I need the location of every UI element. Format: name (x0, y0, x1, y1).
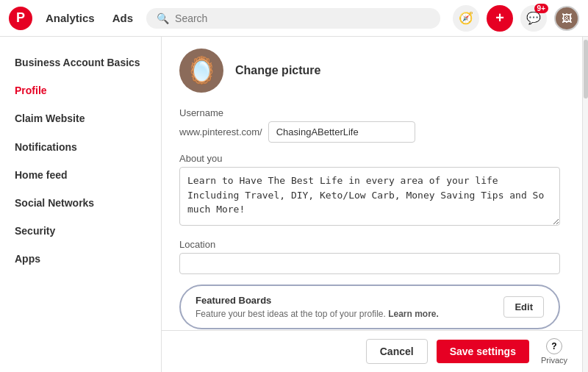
username-field-group: Username www.pinterest.com/ (179, 107, 560, 143)
sidebar-item-notifications[interactable]: Notifications (0, 133, 161, 161)
top-navigation: P Analytics Ads 🔍 🧭 + 💬 9+ 🖼 (0, 0, 588, 37)
url-prefix: www.pinterest.com/ (179, 122, 268, 142)
chat-icon: 💬 (526, 11, 541, 25)
location-field-group: Location (179, 239, 560, 274)
location-input[interactable] (179, 253, 560, 274)
scrollbar-thumb[interactable] (584, 40, 588, 99)
content-area: 🪞 Change picture Username www.pinterest.… (162, 37, 582, 372)
sidebar-item-apps[interactable]: Apps (0, 245, 161, 273)
cancel-button[interactable]: Cancel (366, 339, 428, 364)
featured-boards-section: Featured Boards Feature your best ideas … (179, 285, 560, 329)
nav-icons: 🧭 + 💬 9+ 🖼 (453, 5, 579, 32)
help-button[interactable]: ? (546, 338, 562, 354)
privacy-help-section: ? Privacy (541, 338, 567, 365)
pinterest-logo[interactable]: P (9, 7, 32, 30)
profile-picture[interactable]: 🪞 (179, 49, 223, 93)
bottom-bar: Cancel Save settings ? Privacy (162, 330, 582, 372)
featured-boards-title: Featured Boards (196, 295, 439, 306)
sidebar-item-security[interactable]: Security (0, 217, 161, 245)
privacy-label: Privacy (541, 356, 567, 365)
add-button[interactable]: + (487, 5, 513, 32)
about-you-field-group: About you (179, 153, 560, 229)
sidebar-item-claim-website[interactable]: Claim Website (0, 104, 161, 132)
avatar-icon: 🖼 (562, 12, 572, 24)
sidebar-item-profile[interactable]: Profile (0, 76, 161, 104)
search-bar: 🔍 (146, 8, 440, 29)
profile-pic-row: 🪞 Change picture (179, 49, 560, 93)
message-badge: 9+ (534, 4, 548, 13)
learn-more-link[interactable]: Learn more. (388, 309, 439, 319)
profile-pic-image: 🪞 (185, 55, 218, 86)
plus-icon: + (495, 10, 504, 26)
username-input[interactable] (268, 121, 415, 143)
about-you-label: About you (179, 153, 560, 164)
scrollbar-track (582, 37, 588, 372)
username-row: www.pinterest.com/ (179, 121, 560, 143)
sidebar: Business Account Basics Profile Claim We… (0, 37, 162, 372)
user-avatar[interactable]: 🖼 (554, 6, 579, 31)
about-you-textarea[interactable] (179, 167, 560, 226)
featured-boards-description: Feature your best ideas at the top of yo… (196, 309, 439, 319)
search-input[interactable] (175, 12, 430, 24)
edit-featured-boards-button[interactable]: Edit (503, 296, 544, 318)
ads-nav-link[interactable]: Ads (108, 9, 137, 27)
username-label: Username (179, 107, 560, 118)
sidebar-item-home-feed[interactable]: Home feed (0, 161, 161, 189)
change-picture-button[interactable]: Change picture (235, 64, 320, 77)
sidebar-item-business-account[interactable]: Business Account Basics (0, 49, 161, 76)
search-icon: 🔍 (157, 12, 169, 24)
location-label: Location (179, 239, 560, 250)
featured-boards-content: Featured Boards Feature your best ideas … (196, 295, 439, 319)
main-layout: Business Account Basics Profile Claim We… (0, 37, 588, 372)
messages-button[interactable]: 💬 9+ (520, 5, 547, 32)
analytics-nav-link[interactable]: Analytics (41, 9, 99, 27)
sidebar-item-social-networks[interactable]: Social Networks (0, 189, 161, 217)
compass-button[interactable]: 🧭 (453, 5, 479, 32)
compass-icon: 🧭 (459, 11, 473, 25)
save-settings-button[interactable]: Save settings (437, 340, 529, 363)
